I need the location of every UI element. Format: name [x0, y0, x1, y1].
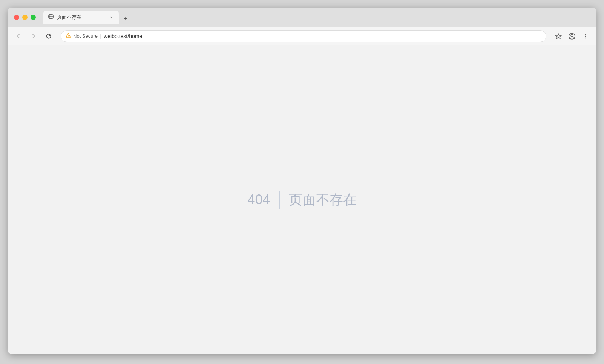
- browser-window: 页面不存在 × +: [8, 8, 596, 354]
- maximize-button[interactable]: [31, 15, 36, 20]
- security-warning-icon: [66, 33, 71, 39]
- page-content: 404 页面不存在: [8, 45, 596, 354]
- tab-close-button[interactable]: ×: [108, 14, 114, 20]
- error-code: 404: [247, 192, 270, 208]
- svg-point-9: [585, 34, 586, 35]
- error-container: 404 页面不存在: [247, 191, 356, 209]
- bookmark-button[interactable]: [552, 30, 564, 42]
- svg-marker-6: [555, 34, 561, 39]
- minimize-button[interactable]: [22, 15, 28, 20]
- back-button[interactable]: [12, 30, 25, 42]
- error-divider: [279, 191, 280, 209]
- svg-point-5: [68, 37, 68, 37]
- close-button[interactable]: [14, 15, 19, 20]
- new-tab-button[interactable]: +: [120, 14, 131, 24]
- tabs-area: 页面不存在 × +: [43, 11, 590, 24]
- menu-button[interactable]: [579, 30, 592, 42]
- url-text: weibo.test/home: [104, 33, 142, 39]
- svg-point-11: [585, 37, 586, 38]
- tab-globe-icon: [48, 14, 54, 21]
- active-tab[interactable]: 页面不存在 ×: [43, 11, 119, 24]
- svg-point-10: [585, 35, 586, 37]
- address-bar: Not Secure | weibo.test/home: [8, 27, 596, 45]
- error-message: 页面不存在: [289, 191, 357, 209]
- profile-button[interactable]: [566, 30, 578, 42]
- not-secure-label: Not Secure: [73, 33, 98, 39]
- url-bar[interactable]: Not Secure | weibo.test/home: [61, 30, 546, 42]
- address-bar-actions: [552, 30, 592, 42]
- traffic-lights: [14, 15, 36, 20]
- reload-button[interactable]: [43, 30, 55, 42]
- forward-button[interactable]: [28, 30, 40, 42]
- tab-title: 页面不存在: [57, 14, 105, 21]
- title-bar: 页面不存在 × +: [8, 8, 596, 27]
- svg-point-8: [571, 34, 573, 37]
- url-separator: |: [100, 33, 101, 40]
